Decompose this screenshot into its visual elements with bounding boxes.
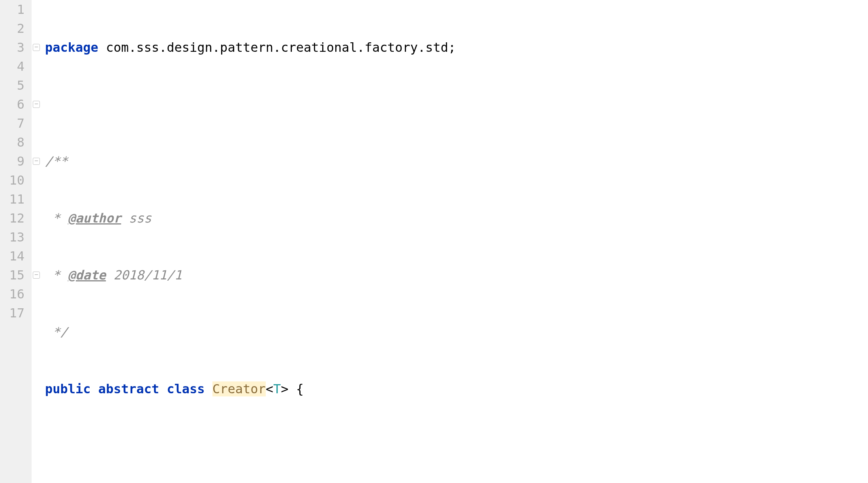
angle-bracket: <	[266, 381, 273, 396]
fold-toggle-icon[interactable]: −	[32, 157, 40, 165]
line-number: 11	[4, 190, 24, 209]
code-line[interactable]: * @date 2018/11/1	[45, 266, 868, 285]
line-number: 5	[4, 76, 24, 95]
line-number: 10	[4, 171, 24, 190]
code-line[interactable]	[45, 436, 868, 455]
javadoc-close: */	[45, 325, 68, 340]
space	[159, 381, 167, 396]
angle-bracket: >	[281, 381, 288, 396]
fold-toggle-icon[interactable]: −	[32, 100, 40, 108]
code-editor[interactable]: package com.sss.design.pattern.creationa…	[43, 0, 868, 483]
code-line[interactable]: */	[45, 323, 868, 341]
line-number: 14	[4, 247, 24, 266]
fold-gutter: − − − −	[32, 0, 43, 483]
code-line[interactable]: public abstract class Creator<T> {	[45, 379, 868, 398]
code-line[interactable]	[45, 95, 868, 114]
class-name: Creator	[212, 381, 266, 396]
line-number: 2	[4, 19, 24, 38]
line-number: 9	[4, 152, 24, 171]
line-number: 8	[4, 133, 24, 152]
javadoc-open: /**	[45, 154, 68, 169]
line-number: 16	[4, 285, 24, 304]
keyword-abstract: abstract	[98, 381, 159, 396]
line-number: 7	[4, 114, 24, 133]
brace-open: {	[289, 381, 304, 396]
keyword-class: class	[167, 381, 205, 396]
javadoc-star: *	[45, 211, 68, 226]
code-line[interactable]: * @author sss	[45, 209, 868, 228]
line-number-gutter: 1 2 3 4 5 6 7 8 9 10 11 12 13 14 15 16 1…	[0, 0, 32, 483]
line-number: 17	[4, 304, 24, 323]
javadoc-tag-date: @date	[68, 268, 106, 283]
package-path: com.sss.design.pattern.creational.factor…	[98, 40, 456, 55]
javadoc-star: *	[45, 268, 68, 283]
type-parameter: T	[273, 381, 281, 396]
line-number: 4	[4, 57, 24, 76]
line-number: 15	[4, 266, 24, 285]
fold-toggle-icon[interactable]: −	[32, 271, 40, 279]
line-number: 6	[4, 95, 24, 114]
javadoc-tag-author: @author	[68, 211, 121, 226]
line-number: 13	[4, 228, 24, 247]
line-number: 12	[4, 209, 24, 228]
space	[91, 381, 98, 396]
javadoc-text: sss	[121, 211, 152, 226]
line-number: 3	[4, 38, 24, 57]
space	[205, 381, 212, 396]
fold-toggle-icon[interactable]: −	[32, 43, 40, 51]
keyword-public: public	[45, 381, 91, 396]
code-line[interactable]: package com.sss.design.pattern.creationa…	[45, 38, 868, 57]
code-line[interactable]: /**	[45, 152, 868, 171]
keyword-package: package	[45, 40, 98, 55]
javadoc-text: 2018/11/1	[106, 268, 182, 283]
line-number: 1	[4, 0, 24, 19]
